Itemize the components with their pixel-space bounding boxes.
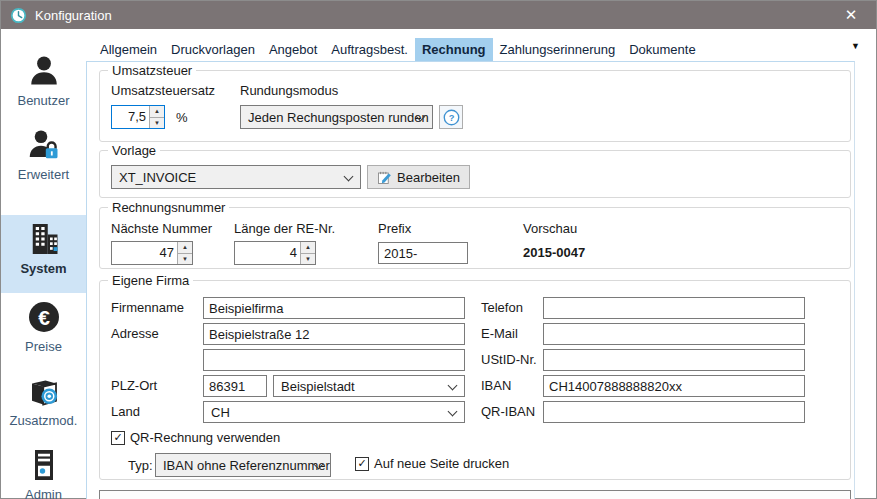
check-icon: ✓: [357, 458, 366, 469]
plz-input[interactable]: [203, 375, 267, 397]
tab-bar: Allgemein Druckvorlagen Angebot Auftrags…: [87, 35, 703, 61]
check-icon: ✓: [113, 432, 122, 443]
user-icon: [26, 53, 62, 89]
title-bar: Konfiguration ✕: [1, 1, 876, 29]
group-umsatzsteuer: Umsatzsteuer Umsatzsteuersatz 7,5 ▲ ▼ % …: [99, 70, 851, 142]
svg-text:€: €: [38, 306, 50, 329]
spin-down-icon[interactable]: ▼: [178, 253, 192, 265]
spin-up-icon[interactable]: ▲: [301, 242, 315, 253]
rechnung-tab-panel: Umsatzsteuer Umsatzsteuersatz 7,5 ▲ ▼ % …: [86, 61, 855, 499]
email-input[interactable]: [543, 323, 805, 345]
sidebar-item-admin[interactable]: Admin: [1, 441, 86, 499]
configuration-window: Konfiguration ✕ Benutzer Erweitert: [0, 0, 877, 499]
group-label: Rechnungsnummer: [108, 200, 229, 215]
firmenname-label: Firmenname: [111, 300, 184, 315]
iban-input[interactable]: [543, 375, 805, 397]
tab-rechnung[interactable]: Rechnung: [415, 38, 493, 61]
sidebar-item-label: Admin: [1, 487, 86, 499]
adresse2-input[interactable]: [203, 349, 465, 371]
laenge-spinner[interactable]: 4 ▲ ▼: [234, 241, 316, 265]
laenge-label: Länge der RE-Nr.: [234, 221, 335, 236]
rundungsmodus-value: Jeden Rechungsposten runden: [248, 110, 429, 125]
sidebar-item-zusatzmod[interactable]: Zusatzmod.: [1, 367, 86, 441]
group-eigene-firma: Eigene Firma Firmenname Telefon Adresse …: [99, 280, 851, 480]
help-button[interactable]: ?: [439, 105, 463, 129]
laenge-value: 4: [235, 242, 300, 264]
chevron-down-icon: [448, 381, 458, 391]
tab-zahlungserinnerung[interactable]: Zahlungserinnerung: [493, 38, 623, 61]
vorlage-value: XT_INVOICE: [119, 170, 196, 185]
chevron-down-icon: [344, 172, 354, 182]
spin-up-icon[interactable]: ▲: [178, 242, 192, 253]
neue-seite-checkbox[interactable]: ✓ Auf neue Seite drucken: [355, 456, 509, 471]
qr-rechnung-label: QR-Rechnung verwenden: [130, 430, 280, 445]
tab-angebot[interactable]: Angebot: [262, 38, 324, 61]
adresse-label: Adresse: [111, 326, 159, 341]
group-label: Umsatzsteuer: [108, 63, 196, 78]
umsatzsteuersatz-spinner[interactable]: 7,5 ▲ ▼: [111, 105, 165, 129]
group-rechnungsnummer: Rechnungsnummer Nächste Nummer 47 ▲ ▼ Lä…: [99, 207, 851, 269]
land-value: CH: [211, 405, 230, 420]
sidebar-item-preise[interactable]: € Preise: [1, 293, 86, 367]
sidebar-item-benutzer[interactable]: Benutzer: [1, 47, 86, 121]
telefon-label: Telefon: [481, 300, 523, 315]
rundungsmodus-label: Rundungsmodus: [240, 83, 338, 98]
firmenname-input[interactable]: [203, 297, 465, 319]
building-icon: [26, 221, 62, 257]
qr-rechnung-checkbox[interactable]: ✓ QR-Rechnung verwenden: [111, 430, 280, 445]
prefix-label: Prefix: [378, 221, 411, 236]
group-label: Eigene Firma: [108, 273, 193, 288]
tab-dokumente[interactable]: Dokumente: [622, 38, 702, 61]
group-label: Vorlage: [108, 143, 160, 158]
vorschau-value: 2015-0047: [523, 245, 585, 260]
sidebar-item-label: System: [1, 261, 86, 276]
land-label: Land: [111, 404, 140, 419]
vorlage-select[interactable]: XT_INVOICE: [111, 165, 361, 189]
rundungsmodus-select[interactable]: Jeden Rechungsposten runden: [240, 105, 433, 129]
percent-label: %: [176, 110, 188, 125]
edit-pencil-icon: [377, 170, 392, 185]
umsatzsteuersatz-value: 7,5: [112, 106, 149, 128]
tab-overflow-icon[interactable]: ▼: [851, 41, 860, 51]
sidebar-item-erweitert[interactable]: Erweitert: [1, 121, 86, 195]
sidebar-item-label: Preise: [1, 339, 86, 354]
plz-ort-label: PLZ-Ort: [111, 378, 157, 393]
vorschau-label: Vorschau: [523, 221, 577, 236]
prefix-input[interactable]: [378, 242, 468, 264]
typ-select[interactable]: IBAN ohne Referenznummer: [155, 453, 331, 477]
ustid-input[interactable]: [543, 349, 805, 371]
bearbeiten-button[interactable]: Bearbeiten: [367, 165, 470, 189]
typ-label: Typ:: [128, 458, 153, 473]
email-label: E-Mail: [481, 326, 518, 341]
naechste-nummer-label: Nächste Nummer: [111, 221, 212, 236]
group-vorlage: Vorlage XT_INVOICE Bearbeiten: [99, 150, 851, 198]
ort-select[interactable]: Beispielstadt: [273, 375, 465, 397]
spin-down-icon[interactable]: ▼: [301, 253, 315, 265]
bearbeiten-label: Bearbeiten: [397, 170, 460, 185]
svg-text:?: ?: [448, 112, 454, 122]
ustid-label: UStID-Nr.: [481, 352, 537, 367]
naechste-nummer-spinner[interactable]: 47 ▲ ▼: [111, 241, 193, 265]
checkbox-checked[interactable]: ✓: [111, 431, 125, 445]
spin-down-icon[interactable]: ▼: [150, 117, 164, 129]
tab-auftragsbest[interactable]: Auftragsbest.: [324, 38, 415, 61]
close-icon[interactable]: ✕: [834, 1, 868, 29]
server-icon: [26, 447, 62, 483]
tab-druckvorlagen[interactable]: Druckvorlagen: [164, 38, 262, 61]
neue-seite-label: Auf neue Seite drucken: [374, 456, 509, 471]
spin-up-icon[interactable]: ▲: [150, 106, 164, 117]
umsatzsteuersatz-label: Umsatzsteuersatz: [111, 83, 215, 98]
module-disc-icon: [26, 373, 62, 409]
adresse-input[interactable]: [203, 323, 465, 345]
telefon-input[interactable]: [543, 297, 805, 319]
checkbox-checked[interactable]: ✓: [355, 457, 369, 471]
land-select[interactable]: CH: [203, 401, 465, 423]
tab-allgemein[interactable]: Allgemein: [93, 38, 164, 61]
naechste-nummer-value: 47: [112, 242, 177, 264]
sidebar: Benutzer Erweitert: [1, 29, 86, 498]
next-section-panel: [99, 490, 851, 499]
qr-iban-input[interactable]: [543, 401, 805, 423]
window-title: Konfiguration: [35, 8, 112, 23]
sidebar-item-system[interactable]: System: [1, 215, 86, 293]
sidebar-item-label: Zusatzmod.: [1, 413, 86, 428]
